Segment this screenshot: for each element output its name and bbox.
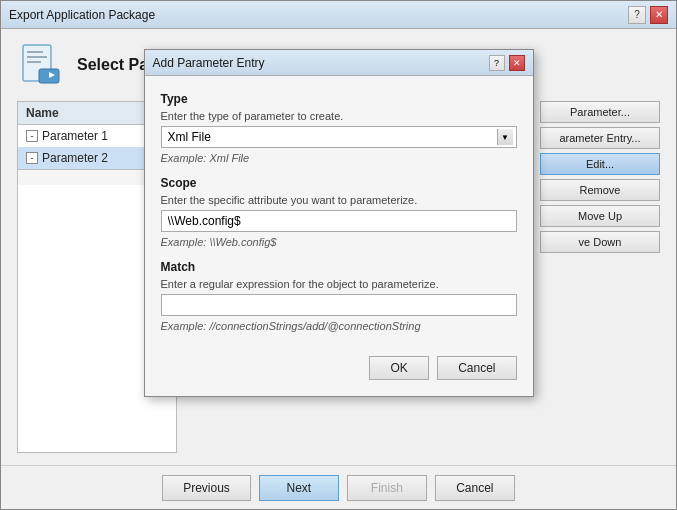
outer-titlebar: Export Application Package ? ✕ — [1, 1, 676, 29]
modal-controls: ? ✕ — [489, 55, 525, 71]
type-label: Type — [161, 92, 517, 106]
scope-label: Scope — [161, 176, 517, 190]
modal-body: Type Enter the type of parameter to crea… — [145, 76, 533, 348]
modal-cancel-button[interactable]: Cancel — [437, 356, 516, 380]
type-example: Example: Xml File — [161, 152, 517, 164]
modal-footer: OK Cancel — [145, 348, 533, 396]
outer-help-button[interactable]: ? — [628, 6, 646, 24]
match-label: Match — [161, 260, 517, 274]
outer-close-button[interactable]: ✕ — [650, 6, 668, 24]
modal-help-button[interactable]: ? — [489, 55, 505, 71]
match-field-group: Match Enter a regular expression for the… — [161, 260, 517, 332]
finish-button[interactable]: Finish — [347, 475, 427, 501]
type-select[interactable]: Xml File Text File Registry — [161, 126, 517, 148]
match-example: Example: //connectionStrings/add/@connec… — [161, 320, 517, 332]
scope-example: Example: \\Web.config$ — [161, 236, 517, 248]
outer-window: Export Application Package ? ✕ Select Pa… — [0, 0, 677, 510]
modal-titlebar: Add Parameter Entry ? ✕ — [145, 50, 533, 76]
scope-input[interactable] — [161, 210, 517, 232]
main-content: Select Parameters Name - Parameter 1 - P… — [1, 29, 676, 465]
scope-field-group: Scope Enter the specific attribute you w… — [161, 176, 517, 248]
outer-titlebar-controls: ? ✕ — [628, 6, 668, 24]
type-field-group: Type Enter the type of parameter to crea… — [161, 92, 517, 164]
next-button[interactable]: Next — [259, 475, 339, 501]
type-desc: Enter the type of parameter to create. — [161, 110, 517, 122]
match-input[interactable] — [161, 294, 517, 316]
match-desc: Enter a regular expression for the objec… — [161, 278, 517, 290]
outer-window-title: Export Application Package — [9, 8, 155, 22]
type-select-wrapper: Xml File Text File Registry ▼ — [161, 126, 517, 148]
modal-close-button[interactable]: ✕ — [509, 55, 525, 71]
cancel-button[interactable]: Cancel — [435, 475, 515, 501]
previous-button[interactable]: Previous — [162, 475, 251, 501]
add-parameter-entry-dialog: Add Parameter Entry ? ✕ Type Enter the t… — [144, 49, 534, 397]
scope-desc: Enter the specific attribute you want to… — [161, 194, 517, 206]
modal-overlay: Add Parameter Entry ? ✕ Type Enter the t… — [1, 29, 676, 465]
bottom-bar: Previous Next Finish Cancel — [1, 465, 676, 509]
modal-ok-button[interactable]: OK — [369, 356, 429, 380]
modal-title: Add Parameter Entry — [153, 56, 265, 70]
